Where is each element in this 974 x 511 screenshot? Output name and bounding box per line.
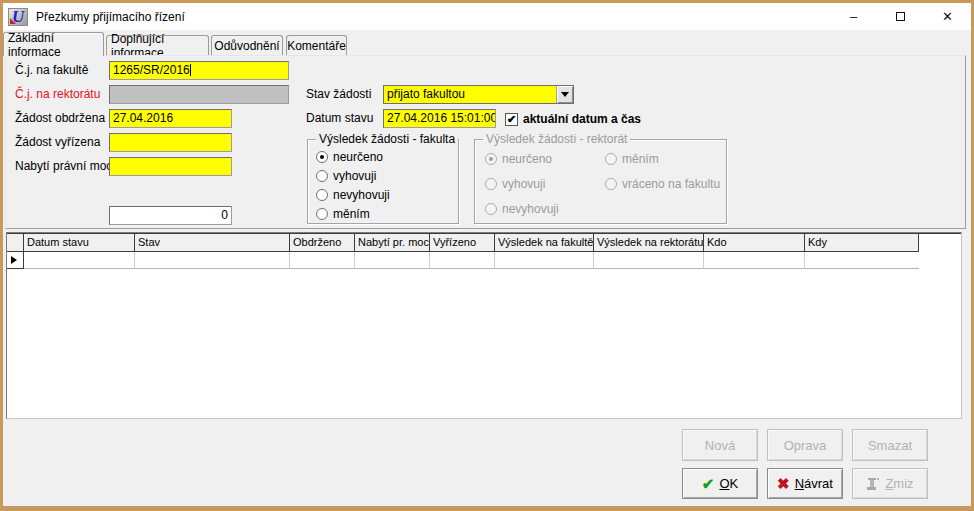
radio-fakulta-vyhovuji[interactable]: vyhovuji [316, 169, 376, 183]
radio-fakulta-menim[interactable]: měním [316, 207, 370, 221]
nova-button: Nová [682, 429, 758, 461]
tab-zakladni-informace[interactable]: Základní informace [3, 32, 104, 56]
window-title: Přezkumy přijímacího řízení [36, 10, 185, 24]
row-indicator-icon [11, 256, 17, 264]
radio-icon [485, 203, 497, 215]
check-icon: ✔ [702, 475, 715, 493]
app-icon: U [8, 8, 28, 26]
nabyti-pravni-moci-label: Nabytí právní moci [15, 157, 115, 176]
minimize-button[interactable]: – [830, 3, 877, 30]
tab-bar: Základní informace Doplňující informace … [3, 30, 971, 56]
cj-rektorat-label: Č.j. na rektorátu [15, 85, 100, 104]
title-bar: U Přezkumy přijímacího řízení – ✕ [3, 3, 971, 30]
radio-rektorat-neurceno: neurčeno [485, 152, 552, 166]
ok-button[interactable]: ✔ OK [682, 468, 758, 499]
zadost-obdrzena-field[interactable]: 27.04.2016 [109, 109, 232, 128]
grid-header-row: Datum stavu Stav Obdrženo Nabytí pr. moc… [7, 233, 961, 252]
smazat-button: Smazat [852, 429, 928, 461]
nabyti-pravni-moci-field[interactable] [109, 157, 232, 176]
radio-fakulta-nevyhovuji[interactable]: nevyhovuji [316, 188, 390, 202]
grid-header-kdo[interactable]: Kdo [704, 234, 805, 252]
radio-icon [316, 208, 328, 220]
grid-header-vyrizeno[interactable]: Vyřízeno [430, 234, 495, 252]
zadost-vyrizena-field[interactable] [109, 133, 232, 152]
tab-komentare[interactable]: Komentáře [286, 35, 347, 56]
minimize-icon: – [850, 9, 857, 24]
zmiz-exit-icon [866, 477, 880, 491]
radio-icon [605, 178, 617, 190]
row-selector-cell [7, 252, 24, 269]
counter-field[interactable]: 0 [109, 206, 232, 225]
grid-header-obdrzeno[interactable]: Obdrženo [290, 234, 355, 252]
window-controls: – ✕ [830, 3, 971, 30]
grid-header-vysledek-rektorat[interactable]: Výsledek na rektorátu [594, 234, 704, 252]
history-grid: Datum stavu Stav Obdrženo Nabytí pr. moc… [6, 232, 962, 419]
radio-icon [316, 170, 328, 182]
vysledek-rektorat-group: Výsledek žádosti - rektorát neurčeno vyh… [474, 139, 727, 224]
radio-rektorat-vyhovuji: vyhovuji [485, 177, 545, 191]
zadost-obdrzena-label: Žádost obdržena [15, 109, 105, 128]
vysledek-fakulta-group: Výsledek žádosti - fakulta neurčeno vyho… [307, 139, 459, 224]
navrat-button[interactable]: ✖ Návrat [767, 468, 843, 499]
radio-rektorat-nevyhovuji: nevyhovuji [485, 202, 559, 216]
radio-icon [485, 178, 497, 190]
grid-header-nabyti[interactable]: Nabytí pr. moci [355, 234, 430, 252]
cj-fakulta-label: Č.j. na fakultě [15, 61, 88, 80]
radio-rektorat-vraceno: vráceno na fakultu [605, 177, 720, 191]
cj-fakulta-field[interactable]: 1265/SR/2016 [109, 61, 289, 80]
stav-zadosti-combo[interactable]: přijato fakultou [383, 85, 574, 104]
text-caret [190, 64, 191, 76]
vysledek-fakulta-title: Výsledek žádosti - fakulta [316, 132, 458, 146]
radio-icon [485, 153, 497, 165]
close-button[interactable]: ✕ [924, 3, 971, 30]
radio-icon [316, 151, 328, 163]
grid-header-stav[interactable]: Stav [135, 234, 290, 252]
close-icon: ✕ [942, 9, 953, 24]
grid-header-selector [7, 234, 24, 252]
grid-header-datum-stavu[interactable]: Datum stavu [24, 234, 135, 252]
maximize-button[interactable] [877, 3, 924, 30]
datum-stavu-label: Datum stavu [306, 109, 373, 128]
app-window: U Přezkumy přijímacího řízení – ✕ Základ… [0, 0, 974, 511]
dropdown-arrow-icon [561, 92, 569, 97]
zadost-vyrizena-label: Žádost vyřízena [15, 133, 100, 152]
datum-stavu-field[interactable]: 27.04.2016 15:01:00 [383, 109, 496, 128]
stav-zadosti-label: Stav žádosti [306, 85, 371, 104]
radio-rektorat-menim: měním [605, 152, 659, 166]
vysledek-rektorat-title: Výsledek žádosti - rektorát [483, 132, 630, 146]
oprava-button: Oprava [767, 429, 843, 461]
tab-doplnujici-informace[interactable]: Doplňující informace [106, 35, 209, 56]
dropdown-button[interactable] [556, 86, 573, 103]
maximize-icon [896, 12, 905, 21]
radio-icon [316, 189, 328, 201]
zmiz-button: Zmiz [852, 468, 928, 499]
checkmark-icon: ✔ [505, 113, 518, 126]
tab-oduvodneni[interactable]: Odůvodnění [211, 35, 283, 56]
grid-header-vysledek-fakulta[interactable]: Výsledek na fakultě [495, 234, 594, 252]
radio-fakulta-neurceno[interactable]: neurčeno [316, 150, 383, 164]
form-panel: Č.j. na fakultě 1265/SR/2016 Č.j. na rek… [5, 55, 966, 229]
grid-header-kdy[interactable]: Kdy [805, 234, 919, 252]
aktualni-datum-label: aktuální datum a čas [523, 112, 641, 126]
cj-rektorat-field [109, 85, 289, 104]
table-row[interactable] [7, 252, 961, 269]
radio-icon [605, 153, 617, 165]
x-icon: ✖ [777, 475, 790, 493]
aktualni-datum-checkbox[interactable]: ✔ aktuální datum a čas [505, 112, 641, 126]
